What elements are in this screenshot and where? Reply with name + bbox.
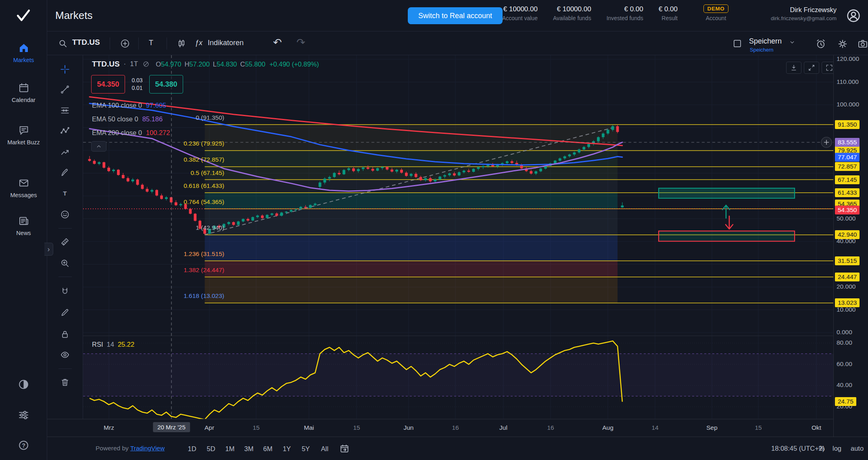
range-1Y-button[interactable]: 1Y — [278, 441, 295, 456]
rsi-tick: 60.00 — [837, 360, 852, 368]
range-5Y-button[interactable]: 5Y — [297, 441, 314, 456]
text-icon: T — [60, 188, 70, 199]
camera-snapshot-icon[interactable] — [857, 38, 868, 50]
interval-button[interactable]: T — [149, 39, 153, 47]
page-title: Markets — [55, 9, 92, 22]
chart-type-icon[interactable] — [176, 38, 187, 49]
sidebar-preferences-button[interactable] — [17, 409, 30, 421]
tradingview-link[interactable]: TradingView — [130, 445, 165, 452]
spread-top: 0.03 — [125, 77, 149, 84]
tool-lock[interactable] — [57, 326, 73, 342]
lower-zone-box — [659, 231, 795, 241]
sell-button[interactable]: 54.350 — [91, 75, 125, 94]
price-label-fib: 24.447 — [835, 273, 860, 281]
arrow-down-icon — [790, 64, 798, 72]
tool-delete[interactable] — [57, 374, 73, 390]
redo-button[interactable]: ↷ — [296, 36, 305, 49]
indicator-row[interactable]: EMA 200 close 0100.272 — [92, 126, 170, 139]
compare-add-icon[interactable] — [120, 38, 130, 49]
range-1M-button[interactable]: 1M — [221, 441, 238, 456]
range-1D-button[interactable]: 1D — [184, 441, 200, 456]
sidebar-item-market-buzz[interactable]: Market Buzz — [0, 124, 47, 146]
fib-label: 0.5 (67.145) — [121, 169, 224, 177]
indicator-value: 97.605 — [146, 102, 166, 109]
rsi-tick: 40.00 — [837, 381, 852, 389]
layout-select-checkbox[interactable] — [732, 38, 743, 49]
user-email: dirk.friczewsky@gmail.com — [771, 15, 837, 21]
chevron-down-icon[interactable] — [789, 39, 796, 46]
fullscreen-icon — [825, 64, 833, 72]
clock-label[interactable]: 18:08:45 (UTC+2) — [771, 445, 825, 452]
svg-text:T: T — [63, 190, 67, 197]
sidebar-item-markets[interactable]: Markets — [0, 42, 47, 64]
sidebar-item-label: News — [5, 229, 42, 237]
fib-label: 0.764 (54.365) — [121, 198, 224, 206]
buy-button[interactable]: 54.380 — [149, 75, 183, 94]
legend-collapse-button[interactable] — [91, 141, 106, 152]
tool-measure[interactable] — [57, 234, 73, 250]
tool-fib-retracement[interactable] — [57, 102, 73, 119]
user-avatar[interactable] — [845, 8, 862, 24]
cursor-icon — [60, 64, 70, 75]
gear-icon[interactable] — [837, 38, 848, 50]
range-3M-button[interactable]: 3M — [240, 441, 257, 456]
tool-pattern[interactable] — [57, 123, 73, 139]
alert-clock-icon[interactable] — [815, 38, 826, 50]
tool-magnet[interactable] — [57, 283, 73, 300]
range-6M-button[interactable]: 6M — [259, 441, 276, 456]
sidebar-item-messages[interactable]: Messages — [0, 177, 47, 199]
change-value: +0.490 (+0.89%) — [269, 60, 319, 68]
tool-emoji[interactable] — [57, 206, 73, 223]
tool-trend-line[interactable] — [57, 81, 73, 98]
indicator-value: 85.186 — [142, 115, 163, 123]
app-logo[interactable] — [15, 6, 32, 24]
demo-badge: DEMO — [703, 4, 729, 13]
save-layout-button[interactable]: Speichern — [749, 37, 782, 46]
sidebar-expand-handle[interactable]: › — [44, 243, 53, 256]
time-axis[interactable]: MrzApr15Mai15Jun16Jul16Aug14Sep15Okt 20 … — [47, 419, 868, 437]
scale-mode-auto[interactable]: auto — [851, 445, 864, 452]
undo-button[interactable]: ↶ — [273, 36, 282, 49]
tool-brush[interactable] — [57, 164, 73, 181]
sidebar-theme-button[interactable] — [17, 378, 30, 391]
symbol-search-input[interactable]: TTD.US — [72, 38, 100, 47]
sidebar-help-button[interactable]: ? — [17, 439, 30, 452]
app-header: Markets Switch to Real account € 10000.0… — [47, 0, 868, 31]
tool-hide[interactable] — [57, 347, 73, 363]
range-5D-button[interactable]: 5D — [202, 441, 219, 456]
sidebar-item-news[interactable]: News — [0, 215, 47, 237]
indicator-row[interactable]: EMA 50 close 085.186 — [92, 112, 170, 126]
fx-icon[interactable]: ƒx — [195, 39, 202, 47]
switch-to-real-account-button[interactable]: Switch to Real account — [408, 7, 503, 24]
indicators-button[interactable]: Indikatoren — [208, 39, 244, 47]
tool-zoom-in[interactable] — [57, 255, 73, 271]
range-All-button[interactable]: All — [316, 441, 333, 456]
scale-mode-%[interactable]: % — [819, 445, 825, 452]
scale-mode-log[interactable]: log — [833, 445, 841, 452]
chart-legend[interactable]: TTD.US · 1T O54.970H57.200L54.830C55.800… — [92, 60, 319, 69]
scroll-to-recent-button[interactable] — [786, 62, 801, 74]
chart-bottom-bar: Powered by TradingView 1D5D1M3M6M1Y5YAll… — [47, 437, 868, 460]
maximize-pane-button[interactable] — [804, 62, 819, 74]
time-tick: Mrz — [104, 424, 114, 431]
price-label-ema50: 83.555 — [835, 138, 860, 147]
calendar-icon — [18, 82, 30, 94]
price-scale[interactable]: 120.000110.000100.00050.00040.00020.0001… — [833, 55, 868, 437]
indicator-row[interactable]: EMA 100 close 097.605 — [92, 98, 170, 112]
sidebar-item-calendar[interactable]: Calendar — [0, 82, 47, 104]
visibility-icon[interactable] — [142, 60, 150, 68]
tool-cursor[interactable] — [57, 61, 73, 77]
arrow-up — [722, 205, 730, 218]
stat-label: Result — [659, 15, 678, 21]
tool-forecast[interactable] — [57, 144, 73, 160]
demo-account-badge: DEMO Account — [700, 4, 732, 21]
symbol-search-icon[interactable] — [58, 38, 68, 49]
upper-zone-box — [659, 188, 795, 198]
pattern-icon — [60, 126, 70, 136]
indicator-label: EMA 100 close 0 — [92, 102, 142, 109]
tool-text[interactable]: T — [57, 185, 73, 202]
price-label-last: 54.350 — [835, 206, 860, 214]
tool-draw-mode[interactable] — [57, 304, 73, 321]
go-to-date-icon[interactable] — [339, 443, 350, 454]
rsi-legend[interactable]: RSI 14 25.22 — [92, 341, 134, 348]
